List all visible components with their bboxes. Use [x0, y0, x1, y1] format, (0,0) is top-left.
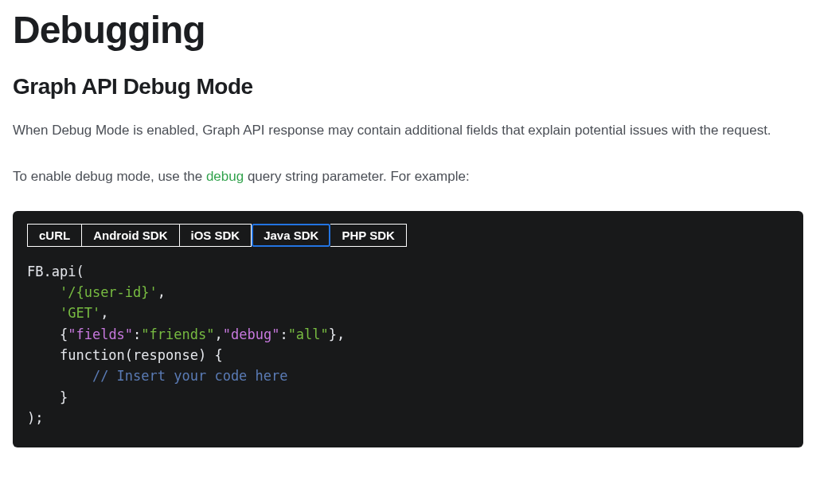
intro-paragraph: When Debug Mode is enabled, Graph API re…: [13, 119, 803, 143]
tab-java-sdk[interactable]: Java SDK: [252, 224, 330, 247]
code-val-friends: "friends": [141, 326, 214, 342]
code-ident-response: response: [133, 347, 198, 363]
paragraph-text-pre: To enable debug mode, use the: [13, 169, 206, 184]
code-keyword-function: function: [60, 347, 125, 363]
code-tab-row: cURL Android SDK iOS SDK Java SDK PHP SD…: [27, 224, 789, 247]
tab-ios-sdk[interactable]: iOS SDK: [180, 224, 252, 247]
code-comment: // Insert your code here: [92, 368, 288, 384]
code-line-1: FB.api(: [27, 264, 84, 279]
code-example-block: cURL Android SDK iOS SDK Java SDK PHP SD…: [13, 211, 803, 448]
enable-debug-paragraph: To enable debug mode, use the debug quer…: [13, 165, 803, 189]
code-key-fields: "fields": [68, 326, 133, 342]
code-snippet[interactable]: FB.api( '/{user-id}', 'GET', {"fields":"…: [27, 261, 789, 429]
tab-curl[interactable]: cURL: [27, 224, 82, 247]
tab-android-sdk[interactable]: Android SDK: [82, 224, 179, 247]
code-val-all: "all": [288, 326, 329, 342]
section-heading: Graph API Debug Mode: [13, 74, 803, 100]
paragraph-text-post: query string parameter. For example:: [244, 169, 469, 184]
code-string-get: 'GET': [60, 305, 100, 321]
code-string-user-id: '/{user-id}': [60, 284, 158, 300]
page-title: Debugging: [13, 8, 803, 52]
tab-php-sdk[interactable]: PHP SDK: [330, 224, 406, 247]
code-key-debug: "debug": [223, 326, 280, 342]
inline-code-debug: debug: [206, 169, 244, 184]
